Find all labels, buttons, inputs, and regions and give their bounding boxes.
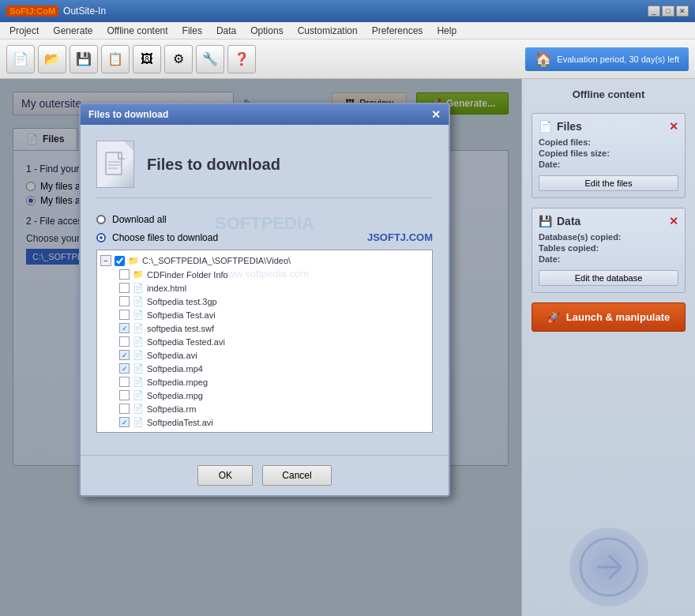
logo-watermark <box>532 528 686 607</box>
item-checkbox-6[interactable]: ✓ <box>119 350 130 360</box>
dialog-body: SOFTPEDIA www.softpedia.com Files to dow… <box>81 125 449 455</box>
dialog-header: Files to download <box>96 141 433 198</box>
tree-root: − 📁 C:\_SOFTPEDIA_\SOFTPEDIA\Video\ <box>100 254 429 268</box>
edit-files-button[interactable]: Edit the files <box>539 175 678 191</box>
list-item: ✓ 📄 softpedia test.swf <box>100 321 429 335</box>
dialog-title-bar: Files to download ✕ <box>81 104 449 125</box>
item-checkbox-7[interactable]: ✓ <box>119 363 130 374</box>
list-item: 📄 Softpedia test.3gp <box>100 295 429 308</box>
new-button[interactable]: 📄 <box>6 45 35 73</box>
data-date-row: Date: <box>539 254 678 264</box>
eval-text: Evaluation period, 30 day(s) left <box>557 54 679 64</box>
list-item: 📄 Softpedia.mpg <box>100 389 429 402</box>
files-section-icon: 📄 <box>539 120 552 133</box>
minimize-button[interactable]: _ <box>648 6 660 17</box>
window-controls: _ □ ✕ <box>648 6 689 17</box>
list-item: 📄 Softpedia.mpeg <box>100 375 429 389</box>
root-path: C:\_SOFTPEDIA_\SOFTPEDIA\Video\ <box>142 256 291 265</box>
file-icon: 📄 <box>133 390 144 400</box>
dialog-overlay: Files to download ✕ SOFTPEDIA www.softpe… <box>0 79 521 616</box>
item-checkbox-1[interactable] <box>119 283 130 293</box>
radio-download-all[interactable] <box>96 215 106 224</box>
help-button[interactable]: ❓ <box>227 45 256 73</box>
download-all-label: Download all <box>112 214 167 225</box>
menu-options[interactable]: Options <box>244 24 289 38</box>
item-name-10: Softpedia.rm <box>147 404 196 414</box>
menu-customization[interactable]: Customization <box>291 24 364 38</box>
launch-icon: 🚀 <box>547 311 560 323</box>
item-name-11: SoftpediaTest.avi <box>147 418 213 427</box>
jsoftj-badge: JSOFTJ.COM <box>367 231 433 243</box>
folder-icon: 📁 <box>133 269 144 280</box>
file-icon: 📄 <box>133 310 144 320</box>
copy-button[interactable]: 📋 <box>101 45 130 73</box>
menu-generate[interactable]: Generate <box>47 24 99 38</box>
ok-button[interactable]: OK <box>197 465 253 486</box>
launch-label: Launch & manipulate <box>566 311 670 323</box>
offline-content-title: Offline content <box>532 88 686 100</box>
item-checkbox-10[interactable] <box>119 404 130 414</box>
dialog-close-button[interactable]: ✕ <box>431 108 441 121</box>
tree-collapse-button[interactable]: − <box>100 255 111 266</box>
settings-button[interactable]: ⚙ <box>164 45 193 73</box>
item-name-6: Softpedia.avi <box>147 351 197 360</box>
data-panel-section: 💾 Data ✕ Database(s) copied: Tables copi… <box>532 208 686 293</box>
tools-button[interactable]: 🔧 <box>196 45 224 73</box>
item-name-5: Softpedia Tested.avi <box>147 337 225 347</box>
list-item: ✓ 📄 SoftpediaTest.avi <box>100 415 429 429</box>
item-checkbox-5[interactable] <box>119 336 130 347</box>
files-section-close[interactable]: ✕ <box>669 120 678 133</box>
item-checkbox-0[interactable] <box>119 269 130 280</box>
save-button[interactable]: 💾 <box>70 45 98 73</box>
file-icon: 📄 <box>133 283 144 293</box>
item-checkbox-11[interactable]: ✓ <box>119 417 130 427</box>
item-name-1: index.html <box>147 284 186 293</box>
data-section-close[interactable]: ✕ <box>669 215 678 227</box>
item-checkbox-2[interactable] <box>119 296 130 306</box>
list-item: 📄 Softpedia.rm <box>100 402 429 415</box>
menu-bar: Project Generate Offline content Files D… <box>0 22 695 39</box>
close-button[interactable]: ✕ <box>676 6 689 17</box>
launch-button[interactable]: 🚀 Launch & manipulate <box>532 302 686 332</box>
menu-data[interactable]: Data <box>210 24 242 38</box>
root-checkbox[interactable] <box>115 256 125 266</box>
item-checkbox-8[interactable] <box>119 377 130 387</box>
item-name-7: Softpedia.mp4 <box>147 364 203 374</box>
data-section-icon: 💾 <box>539 215 552 227</box>
item-name-3: Softpedia Test.avi <box>147 310 216 320</box>
maximize-button[interactable]: □ <box>662 6 674 17</box>
dialog-title-text: Files to download <box>88 109 168 120</box>
file-icon: 📄 <box>133 296 144 306</box>
files-section-title: 📄 Files <box>539 120 582 133</box>
item-checkbox-9[interactable] <box>119 390 130 400</box>
menu-help[interactable]: Help <box>430 24 463 38</box>
files-date-row: Date: <box>539 160 678 169</box>
toolbar: 📄 📂 💾 📋 🖼 ⚙ 🔧 ❓ 🏠 Evaluation period, 30 … <box>0 39 695 79</box>
radio-choose-files[interactable] <box>96 233 106 242</box>
list-item: ✓ 📄 Softpedia.avi <box>100 348 429 362</box>
db-copied-row: Database(s) copied: <box>539 232 678 242</box>
item-name-0: CDFinder Folder Info <box>147 270 228 280</box>
menu-files[interactable]: Files <box>176 24 208 38</box>
dialog-header-title: Files to download <box>147 156 280 174</box>
cancel-button[interactable]: Cancel <box>262 465 331 486</box>
file-tree[interactable]: − 📁 C:\_SOFTPEDIA_\SOFTPEDIA\Video\ 📁 CD… <box>96 250 433 433</box>
item-checkbox-3[interactable] <box>119 310 130 320</box>
item-checkbox-4[interactable]: ✓ <box>119 323 130 333</box>
image-button[interactable]: 🖼 <box>133 45 161 73</box>
item-name-2: Softpedia test.3gp <box>147 297 217 306</box>
folder-icon: 📁 <box>128 256 139 266</box>
logo-circle <box>569 528 648 607</box>
menu-offline-content[interactable]: Offline content <box>100 24 174 38</box>
title-bar-left: SoFtJ:CoM OutSite-In <box>6 6 106 17</box>
toolbar-right: 🏠 Evaluation period, 30 day(s) left <box>525 47 689 71</box>
menu-preferences[interactable]: Preferences <box>366 24 430 38</box>
edit-database-button[interactable]: Edit the database <box>539 270 678 286</box>
open-button[interactable]: 📂 <box>38 45 66 73</box>
list-item: 📄 Softpedia Test.avi <box>100 308 429 321</box>
dialog-file-icon <box>96 141 134 188</box>
app-logo: SoFtJ:CoM <box>6 6 58 17</box>
menu-project[interactable]: Project <box>3 24 45 38</box>
file-icon: 📄 <box>133 323 144 333</box>
svg-rect-0 <box>106 152 122 175</box>
